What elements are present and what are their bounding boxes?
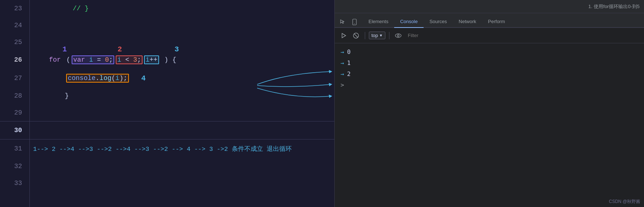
bottom-note-text: 1--> 2 -->4 -->3 -->2 -->4 -->3 -->2 -->… (33, 146, 292, 153)
line-number-25: 25 (0, 39, 29, 46)
dropdown-arrow-icon: ▼ (379, 33, 383, 37)
arrow-2: → (341, 70, 344, 77)
arrow-0: → (341, 48, 344, 55)
filter-input[interactable] (406, 32, 640, 39)
line-content-27: console.log(i); 4 (29, 74, 334, 83)
output-1: 1 (347, 59, 351, 66)
line-number-30: 30 (0, 127, 29, 134)
arrow-1: → (341, 59, 344, 66)
tab-console[interactable]: Console (394, 16, 424, 28)
code-line-30: 30 (0, 121, 334, 139)
play-icon-btn[interactable] (338, 30, 349, 41)
line-number-31: 31 (0, 145, 29, 152)
tab-elements[interactable]: Elements (363, 16, 394, 28)
line-number-32: 32 (0, 163, 29, 170)
device-icon-btn[interactable] (349, 17, 360, 27)
box-console-log: console.log(i); (66, 74, 129, 83)
output-2: 2 (347, 70, 351, 77)
console-output: → 0 → 1 → 2 > (335, 43, 644, 207)
code-line-26: 26 for ( var i = 0; i < 3; i++ ) { (0, 51, 334, 69)
paren-close: ) { (161, 56, 176, 63)
top-label: top (371, 33, 378, 38)
inspect-icon-btn[interactable] (338, 17, 348, 27)
code-line-27: 27 console.log(i); 4 (0, 69, 334, 87)
code-line-23: 23 // } (0, 0, 334, 17)
code-editor: 23 // } 24 25 1 2 3 26 for (0, 0, 334, 207)
line-number-23: 23 (0, 5, 29, 12)
output-0: 0 (347, 48, 351, 55)
line-content-23: // } (29, 5, 334, 12)
console-cursor: > (341, 81, 344, 88)
console-line-2: → 2 (341, 68, 638, 79)
tab-sources[interactable]: Sources (424, 16, 453, 28)
keyword-for: for (33, 56, 61, 63)
stop-icon-btn[interactable] (351, 30, 361, 41)
line-content-26: for ( var i = 0; i < 3; i++ ) { (29, 55, 334, 64)
svg-point-6 (397, 34, 399, 36)
svg-line-4 (354, 34, 358, 37)
line-content-28: } (29, 92, 334, 99)
code-line-33: 33 (0, 175, 334, 192)
top-selector[interactable]: top ▼ (369, 32, 385, 39)
paren-open: ( (62, 56, 71, 63)
box-var-init: var i = 0; (72, 55, 114, 64)
devtools-panel: 1. 使用for循环输出0-到5 Elements Console Source… (334, 0, 644, 207)
code-line-28: 28 } (0, 87, 334, 104)
line-content-31: 1--> 2 -->4 -->3 -->2 -->4 -->3 -->2 -->… (29, 145, 334, 153)
code-line-31: 31 1--> 2 -->4 -->3 -->2 -->4 -->3 -->2 … (0, 139, 334, 158)
svg-point-5 (395, 34, 401, 37)
line-number-26: 26 (0, 56, 29, 63)
line-number-33: 33 (0, 179, 29, 187)
code-line-29: 29 (0, 104, 334, 121)
line-number-27: 27 (0, 75, 29, 82)
divider2 (389, 32, 389, 39)
annotation-2: 2 (118, 45, 122, 54)
closing-brace: } (65, 92, 69, 99)
code-line-32: 32 (0, 158, 334, 175)
attribution-text: CSDN @秋野酱 (609, 199, 640, 205)
divider (365, 32, 365, 39)
line-number-24: 24 (0, 22, 29, 29)
devtools-icons-row: top ▼ (335, 28, 644, 43)
console-line-1: → 1 (341, 57, 638, 68)
line-number-28: 28 (0, 92, 29, 99)
line-number-29: 29 (0, 109, 29, 116)
code-lines-container: 23 // } 24 25 1 2 3 26 for (0, 0, 334, 192)
tab-network[interactable]: Network (453, 16, 482, 28)
code-line-25: 25 1 2 3 (0, 34, 334, 51)
annotation-3: 3 (175, 45, 179, 54)
code-line-24: 24 (0, 17, 334, 34)
box-increment: i++ (144, 55, 159, 64)
devtools-tabs[interactable]: Elements Console Sources Network Perform (335, 13, 644, 28)
annotation-1: 1 (62, 45, 67, 54)
console-line-0: → 0 (341, 46, 638, 57)
devtools-title-note: 1. 使用for循环输出0-到5 (589, 3, 640, 10)
console-cursor-line: > (341, 79, 638, 90)
box-condition: i < 3; (116, 55, 143, 64)
eye-icon-btn[interactable] (393, 30, 403, 41)
comment-text: // } (73, 5, 89, 12)
annotation-4: 4 (141, 74, 146, 83)
tab-performance[interactable]: Perform (482, 16, 511, 28)
svg-marker-2 (342, 33, 346, 38)
devtools-topbar: 1. 使用for循环输出0-到5 (335, 0, 644, 13)
indent (33, 75, 65, 82)
